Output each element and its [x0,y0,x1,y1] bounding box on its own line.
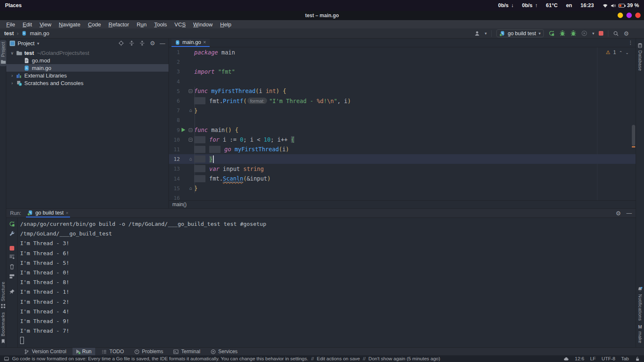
stripe-tab-structure[interactable]: Structure [0,280,6,310]
next-problem-icon[interactable]: ⌄ [626,50,629,55]
toolwindow-run[interactable]: Run [73,348,95,355]
toolwindow-todo[interactable]: TODO [98,348,127,355]
tab-close-icon[interactable]: × [203,39,206,45]
menu-refactor[interactable]: Refactor [105,21,133,28]
code-line-15[interactable]: 15⌂} [169,184,636,193]
code-line-12[interactable]: 12⌂} [169,154,636,164]
tree-item-go-mod[interactable]: go.mod [6,57,169,64]
breadcrumb-function[interactable]: main() [172,202,187,207]
code-line-13[interactable]: 13var input string [169,164,636,173]
code-line-16[interactable]: 16 [169,193,636,200]
encoding-widget[interactable]: UTF-8 [602,356,615,361]
code-line-6[interactable]: 6fmt.Printf(format:"I'm Thread - %d!\n",… [169,96,636,106]
line-separator-widget[interactable]: LF [590,356,595,361]
tree-item-test[interactable]: ∨test~/GolandProjects/test [6,49,169,57]
edit-actions-on-save-link[interactable]: Edit actions on save [317,356,360,361]
stripe-tab-make[interactable]: Mmake [637,323,643,345]
project-panel-title[interactable]: Project [18,40,34,47]
places-menu[interactable]: Places [5,3,22,8]
menu-vcs[interactable]: VCS [171,21,190,28]
menu-tools[interactable]: Tools [151,21,171,28]
breadcrumb-project[interactable]: test [4,30,14,36]
stripe-tab-project[interactable]: Project [0,40,6,66]
search-everywhere-icon[interactable] [613,31,619,36]
fold-end-icon[interactable]: ⌂ [189,157,192,161]
chevron-closed-icon[interactable]: › [9,73,16,78]
rerun-icon[interactable] [9,221,15,227]
clock[interactable]: 16:23 [581,3,594,8]
restore-layout-icon[interactable] [9,273,15,279]
locate-file-icon[interactable] [118,40,124,46]
settings-gear-icon[interactable]: ⚙ [623,31,629,36]
console-output[interactable]: /snap/go/current/bin/go build -o /tmp/Go… [18,218,636,347]
menu-window[interactable]: Window [190,21,216,28]
stop-process-icon[interactable] [10,246,14,251]
fold-end-icon[interactable]: ⌂ [189,186,192,191]
stripe-tab-database[interactable]: Database [637,41,643,73]
profile-dropdown-icon[interactable]: ▾ [485,31,487,36]
chevron-closed-icon[interactable]: › [9,81,16,85]
run-configuration-selector[interactable]: go build test ▾ [496,29,544,37]
code-line-4[interactable]: 4 [169,77,636,86]
system-indicators[interactable]: 0b/s↓ 0b/s↑ 61°C en 16:23 39 % [498,3,639,8]
readonly-lock-icon[interactable] [635,356,640,362]
code-line-11[interactable]: 11go myFirstThread(i) [169,145,636,154]
project-view-dropdown-icon[interactable]: ▾ [37,41,39,46]
scrollbar-thumb[interactable] [632,125,635,146]
fold-open-icon[interactable] [189,128,192,132]
stop-button[interactable] [599,31,603,36]
pin-tab-icon[interactable] [9,289,15,295]
hide-run-panel-icon[interactable]: — [626,210,632,216]
console-cursor-line[interactable] [20,336,636,345]
clear-console-icon[interactable] [9,264,15,270]
tree-item-main-go[interactable]: main.go [6,64,169,72]
debug-button[interactable] [559,30,566,36]
profiler-dropdown-icon[interactable]: ▾ [592,31,594,36]
system-tray[interactable]: 39 % [602,3,639,8]
profiler-button[interactable] [581,30,587,36]
run-with-coverage-button[interactable] [570,30,576,36]
code-line-14[interactable]: 14fmt.Scanln(&input) [169,173,636,183]
maximize-button[interactable] [626,13,632,18]
stripe-tab-notifications[interactable]: Notifications [637,285,643,323]
toolwindow-panel-icon[interactable] [4,356,9,362]
code-line-9[interactable]: 9func main() { [169,125,636,135]
indent-widget[interactable]: Tab [621,356,629,361]
menu-run[interactable]: Run [133,21,151,28]
code-line-5[interactable]: 5func myFirstThread(i int) { [169,86,636,96]
run-tab-close-icon[interactable]: × [66,210,68,215]
run-settings-icon[interactable]: ⚙ [615,210,621,216]
tab-main-go[interactable]: main.go × [171,39,210,47]
code-line-10[interactable]: 10for i := 0; i < 10; i++ { [169,135,636,145]
menu-edit[interactable]: Edit [19,21,36,28]
fold-end-icon[interactable]: ⌂ [189,108,192,113]
project-settings-icon[interactable]: ⚙ [150,40,155,46]
collapse-all-icon[interactable] [139,40,145,46]
toolwindow-terminal[interactable]: Terminal [169,348,204,355]
minimize-button[interactable] [618,13,623,18]
user-profile-icon[interactable] [474,31,480,36]
dont-show-again-link[interactable]: Don't show again (5 minutes ago) [369,356,440,361]
toolwindow-services[interactable]: Services [207,348,242,355]
stripe-tab-bookmarks[interactable]: Bookmarks [0,310,6,346]
run-line-icon[interactable] [182,128,185,132]
code-line-2[interactable]: 2 [169,57,636,67]
tree-item-external-libraries[interactable]: ›External Libraries [6,72,169,79]
close-button[interactable] [635,13,641,18]
code-line-3[interactable]: 3import "fmt" [169,67,636,76]
hide-panel-icon[interactable]: — [160,41,165,46]
fold-open-icon[interactable] [189,89,192,93]
fold-open-icon[interactable] [189,138,192,142]
cloud-sync-icon[interactable] [564,356,569,362]
code-line-8[interactable]: 8 [169,115,636,125]
tab-options-icon[interactable]: ⋮ [628,40,636,46]
code-line-7[interactable]: 7⌂} [169,106,636,115]
expand-all-icon[interactable] [129,40,135,46]
code-line-1[interactable]: 1package main [169,47,636,57]
menu-view[interactable]: View [36,21,55,28]
rerun-button[interactable] [548,30,555,36]
previous-problem-icon[interactable]: ⌃ [619,50,622,55]
toolwindow-problems[interactable]: Problems [130,348,167,355]
inspection-widget[interactable]: ⚠ 1 ⌃ ⌄ [606,49,629,55]
toolwindow-version-control[interactable]: Version Control [20,348,70,355]
